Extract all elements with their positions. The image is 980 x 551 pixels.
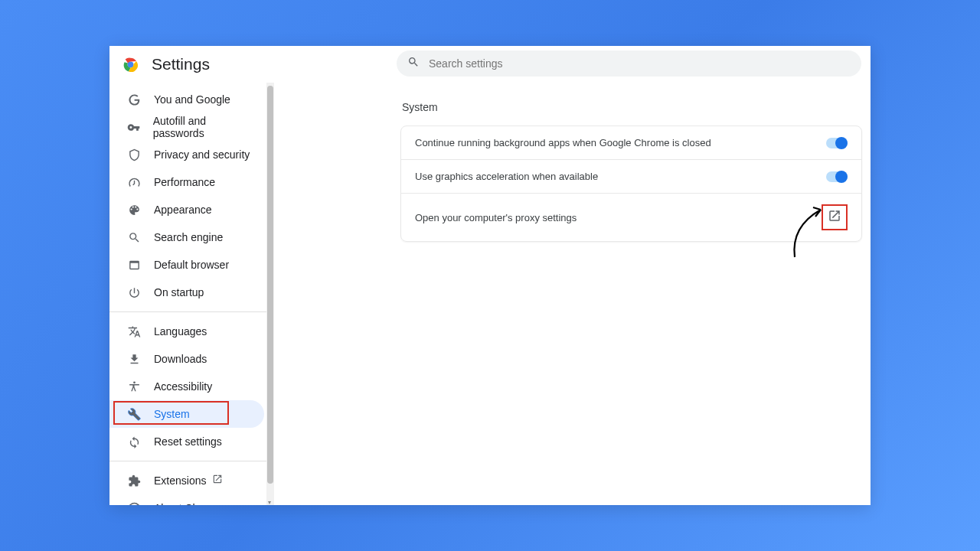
sidebar-item-label: Search engine: [154, 231, 223, 243]
sidebar-item-search-engine[interactable]: Search engine: [109, 223, 270, 251]
main-content: System Continue running background apps …: [279, 83, 871, 505]
sidebar-item-accessibility[interactable]: Accessibility: [109, 373, 270, 400]
settings-row[interactable]: Open your computer's proxy settings: [401, 194, 861, 241]
sidebar-item-languages[interactable]: Languages: [109, 318, 270, 345]
sidebar-item-label: Reset settings: [154, 435, 222, 448]
shield-icon: [126, 147, 142, 162]
sidebar-item-label: Languages: [154, 325, 207, 337]
sidebar-item-label: System: [154, 408, 190, 420]
settings-row: Continue running background apps when Go…: [401, 126, 861, 160]
sidebar-item-about[interactable]: About Chrome: [109, 494, 270, 505]
reset-icon: [126, 434, 142, 449]
sidebar-item-default-browser[interactable]: Default browser: [109, 251, 270, 279]
sidebar-item-label: About Chrome: [154, 502, 223, 505]
translate-icon: [126, 324, 142, 339]
chrome-icon: [126, 500, 142, 505]
sidebar-item-label: You and Google: [154, 93, 230, 106]
sidebar-item-autofill[interactable]: Autofill and passwords: [109, 113, 270, 141]
sidebar-item-you-and-google[interactable]: You and Google: [109, 86, 270, 113]
chrome-logo-icon: [123, 57, 138, 72]
sidebar-item-extensions[interactable]: Extensions: [109, 467, 270, 494]
search-bar[interactable]: [397, 51, 861, 77]
key-icon: [126, 119, 141, 135]
sidebar-item-downloads[interactable]: Downloads: [109, 345, 270, 373]
toggle-switch[interactable]: [826, 138, 848, 148]
speedometer-icon: [126, 174, 142, 190]
scroll-down-icon[interactable]: ▾: [268, 499, 273, 504]
svg-point-1: [128, 61, 134, 67]
sidebar-item-appearance[interactable]: Appearance: [109, 196, 270, 223]
download-icon: [126, 351, 142, 367]
sidebar-item-label: Privacy and security: [154, 148, 250, 161]
accessibility-icon: [126, 379, 142, 394]
external-link-icon: [212, 474, 223, 487]
sidebar: You and GoogleAutofill and passwordsPriv…: [109, 83, 270, 505]
sidebar-item-label: Appearance: [154, 204, 212, 216]
page-title: Settings: [152, 55, 210, 73]
sidebar-item-privacy[interactable]: Privacy and security: [109, 141, 270, 168]
sidebar-item-label: Extensions: [154, 474, 206, 487]
sidebar-item-label: Default browser: [154, 259, 229, 271]
row-label: Continue running background apps when Go…: [415, 137, 711, 148]
wrench-icon: [126, 406, 142, 422]
search-input[interactable]: [429, 57, 851, 70]
sidebar-item-label: Downloads: [154, 353, 207, 365]
settings-window: Settings You and GoogleAutofill and pass…: [109, 46, 871, 505]
nav-separator: [109, 311, 270, 312]
sidebar-item-label: Autofill and passwords: [153, 115, 253, 139]
sidebar-item-label: Performance: [154, 176, 215, 188]
google-icon: [126, 92, 142, 107]
nav-separator: [109, 461, 270, 461]
search-icon: [407, 56, 429, 71]
settings-card: Continue running background apps when Go…: [400, 126, 862, 242]
sidebar-scrollbar[interactable]: ▴ ▾: [266, 83, 274, 505]
row-label: Use graphics acceleration when available: [415, 171, 598, 182]
browser-icon: [126, 257, 142, 272]
sidebar-item-on-startup[interactable]: On startup: [109, 279, 270, 306]
extension-icon: [126, 473, 142, 488]
row-label: Open your computer's proxy settings: [415, 212, 577, 223]
search-icon: [126, 230, 142, 245]
open-external-button[interactable]: [822, 204, 848, 230]
settings-row: Use graphics acceleration when available: [401, 160, 861, 194]
open-external-icon: [828, 209, 841, 226]
toggle-switch[interactable]: [826, 171, 848, 182]
sidebar-item-reset[interactable]: Reset settings: [109, 428, 270, 455]
power-icon: [126, 285, 142, 300]
section-title: System: [402, 101, 861, 113]
sidebar-item-label: Accessibility: [154, 380, 212, 393]
scrollbar-thumb[interactable]: [267, 86, 273, 484]
sidebar-item-performance[interactable]: Performance: [109, 168, 270, 196]
palette-icon: [126, 202, 142, 217]
sidebar-item-label: On startup: [154, 286, 204, 298]
sidebar-item-system[interactable]: System: [109, 400, 264, 428]
